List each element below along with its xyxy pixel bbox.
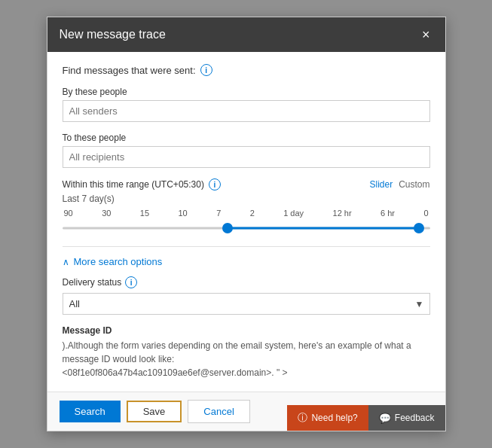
need-help-button[interactable]: ⓘ Need help? [287,405,368,431]
message-id-section: Message ID ).Although the form varies de… [63,325,430,379]
recipients-field-group: To these people [63,133,430,168]
save-button[interactable]: Save [127,401,182,422]
senders-input[interactable] [63,100,430,122]
intro-text: Find messages that were sent: [63,65,196,76]
senders-field-group: By these people [63,87,430,122]
dialog-overlay: New message trace × Find messages that w… [0,0,492,448]
recipients-input[interactable] [63,146,430,168]
delivery-label-row: Delivery status i [63,276,430,288]
help-icon: ⓘ [298,411,307,425]
dialog-footer: Search Save Cancel ⓘ Need help? 💬 Feedba… [47,392,445,431]
slider-container[interactable] [63,221,430,236]
recipients-label: To these people [63,133,430,143]
expand-label: More search options [74,256,163,267]
scale-15: 15 [140,209,149,218]
message-id-label: Message ID [63,325,430,336]
dialog-header: New message trace × [47,17,445,52]
scale-30: 30 [102,209,111,218]
time-range-label-row: Within this time range (UTC+05:30) i Sli… [63,178,430,190]
scale-6hr: 6 hr [380,209,395,218]
search-button[interactable]: Search [60,401,121,422]
scale-10: 10 [178,209,187,218]
close-button[interactable]: × [419,26,433,43]
dialog-body: Find messages that were sent: i By these… [47,52,445,392]
intro-info-icon[interactable]: i [200,64,212,76]
scale-1day: 1 day [283,209,304,218]
dialog-title: New message trace [60,28,166,41]
divider [63,246,430,247]
time-range-controls: Last 7 day(s) [63,194,430,204]
intro-row: Find messages that were sent: i [63,64,430,76]
time-range-group: Within this time range (UTC+05:30) i Sli… [63,178,430,236]
slider-fill [228,227,419,230]
new-message-trace-dialog: New message trace × Find messages that w… [47,17,446,431]
expand-row[interactable]: ∧ More search options [63,256,430,267]
senders-label: By these people [63,87,430,97]
slider-thumb-left[interactable] [222,223,233,233]
scale-2: 2 [250,209,255,218]
feedback-label: Feedback [395,413,435,423]
scale-12hr: 12 hr [333,209,352,218]
time-range-label-text: Within this time range (UTC+05:30) [63,179,204,190]
slider-thumb-right[interactable] [414,223,424,233]
scale-0: 0 [423,209,428,218]
custom-link[interactable]: Custom [399,179,429,190]
feedback-icon: 💬 [379,413,391,424]
cancel-button[interactable]: Cancel [188,400,249,423]
expand-chevron-icon: ∧ [63,257,69,267]
time-range-info-icon[interactable]: i [209,178,221,190]
delivery-select-wrapper: All Delivered Failed Pending Expanded ▼ [63,293,430,315]
delivery-status-select[interactable]: All Delivered Failed Pending Expanded [63,293,430,315]
scale-90: 90 [64,209,73,218]
feedback-button[interactable]: 💬 Feedback [368,405,445,431]
time-scale: 90 30 15 10 7 2 1 day 12 hr 6 hr 0 [63,209,430,218]
time-range-sub-label: Last 7 day(s) [63,194,430,204]
footer-right-buttons: ⓘ Need help? 💬 Feedback [287,405,445,431]
delivery-info-icon[interactable]: i [125,276,137,288]
slider-link[interactable]: Slider [369,179,393,190]
scale-7: 7 [216,209,221,218]
message-id-description: ).Although the form varies depending on … [63,339,430,379]
need-help-label: Need help? [311,413,357,423]
delivery-status-group: Delivery status i All Delivered Failed P… [63,276,430,315]
delivery-status-label: Delivery status [63,277,122,288]
